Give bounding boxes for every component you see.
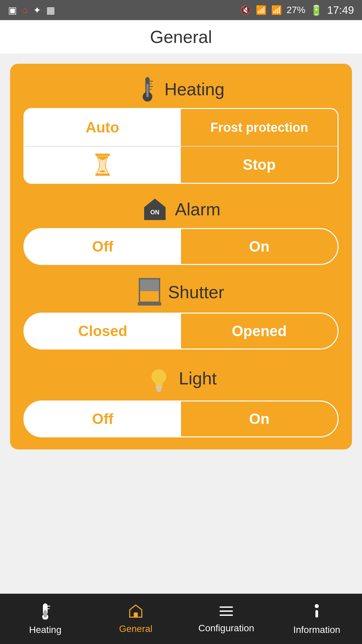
heating-stop-btn[interactable]: Stop	[181, 146, 338, 183]
app-icon-3: ✦	[33, 5, 41, 16]
svg-rect-11	[140, 279, 159, 291]
alarm-icon-container: ON	[141, 196, 168, 223]
nav-configuration-icon	[219, 604, 234, 620]
shutter-section: Shutter Closed Opened	[23, 277, 339, 350]
wifi-icon: 📶	[256, 5, 266, 15]
alarm-house-icon: ON	[141, 196, 168, 223]
light-on-btn[interactable]: On	[181, 401, 338, 436]
nav-general-label: General	[119, 624, 153, 634]
shutter-title: Shutter	[168, 282, 224, 302]
svg-rect-32	[315, 610, 318, 618]
svg-line-16	[149, 367, 152, 369]
heating-header: Heating	[23, 76, 339, 103]
shutter-opened-btn[interactable]: Opened	[181, 314, 338, 348]
nav-general-icon	[128, 604, 143, 621]
svg-rect-19	[156, 386, 162, 388]
thermometer-icon	[137, 76, 158, 103]
bottom-nav: Heating General Configuration	[0, 594, 362, 644]
app-icon-4: ▦	[46, 5, 55, 16]
shutter-toggle: Closed Opened	[23, 313, 339, 350]
svg-rect-27	[134, 612, 138, 617]
clock: 17:49	[327, 4, 354, 16]
svg-rect-12	[138, 302, 161, 306]
nav-item-information[interactable]: Information	[272, 594, 362, 644]
nav-heating-icon	[38, 603, 52, 622]
nav-heating-label: Heating	[29, 625, 62, 635]
hourglass-icon	[93, 153, 113, 176]
nav-configuration-label: Configuration	[198, 623, 254, 634]
heating-section: Heating Auto Frost protection	[23, 76, 339, 184]
shutter-closed-btn[interactable]: Closed	[24, 314, 181, 348]
nav-information-icon	[309, 603, 324, 622]
alarm-header: ON Alarm	[23, 196, 339, 223]
shutter-header: Shutter	[23, 277, 339, 307]
heating-toggle: Auto Frost protection	[23, 108, 339, 184]
nav-item-general[interactable]: General	[90, 594, 181, 644]
svg-rect-24	[44, 610, 47, 618]
header: General	[0, 20, 362, 54]
svg-line-14	[166, 367, 168, 369]
nav-item-heating[interactable]: Heating	[0, 594, 90, 644]
alarm-on-btn[interactable]: On	[181, 229, 338, 264]
heating-frost-btn[interactable]: Frost protection	[181, 109, 338, 146]
svg-point-18	[152, 369, 166, 384]
light-header: Light	[23, 362, 339, 395]
heating-hourglass-btn[interactable]	[24, 146, 181, 183]
status-bar: ▣ ⌂ ✦ ▦ 🔇 📶 📶 27% 🔋 17:49	[0, 0, 362, 20]
light-title: Light	[179, 368, 217, 388]
light-section: Light Off On	[23, 362, 339, 437]
light-bulb-icon	[145, 362, 172, 395]
heating-title: Heating	[164, 79, 224, 99]
alarm-off-btn[interactable]: Off	[24, 229, 181, 264]
svg-rect-2	[146, 84, 148, 97]
light-off-btn[interactable]: Off	[24, 401, 181, 436]
shutter-icon	[138, 277, 161, 307]
battery-percent: 27%	[287, 5, 305, 15]
nav-information-label: Information	[293, 625, 340, 635]
battery-icon: 🔋	[310, 4, 322, 16]
main-card: Heating Auto Frost protection	[10, 64, 352, 449]
svg-point-31	[315, 604, 319, 608]
alarm-toggle: Off On	[23, 228, 339, 265]
app-icon-2: ⌂	[22, 5, 28, 15]
main-content: Heating Auto Frost protection	[0, 54, 362, 522]
signal-icon: 📶	[271, 5, 282, 15]
light-toggle: Off On	[23, 400, 339, 437]
status-icons: ▣ ⌂ ✦ ▦	[8, 5, 55, 16]
svg-rect-20	[156, 388, 162, 390]
app-icon-1: ▣	[8, 5, 17, 16]
page-title: General	[150, 27, 212, 47]
heating-auto-btn[interactable]: Auto	[24, 109, 181, 146]
mute-icon: 🔇	[240, 5, 251, 15]
status-right-icons: 🔇 📶 📶 27% 🔋 17:49	[240, 4, 354, 16]
nav-item-configuration[interactable]: Configuration	[181, 594, 272, 644]
svg-rect-21	[157, 390, 161, 392]
alarm-section: ON Alarm Off On	[23, 196, 339, 265]
alarm-title: Alarm	[175, 199, 221, 219]
svg-text:ON: ON	[150, 209, 160, 216]
